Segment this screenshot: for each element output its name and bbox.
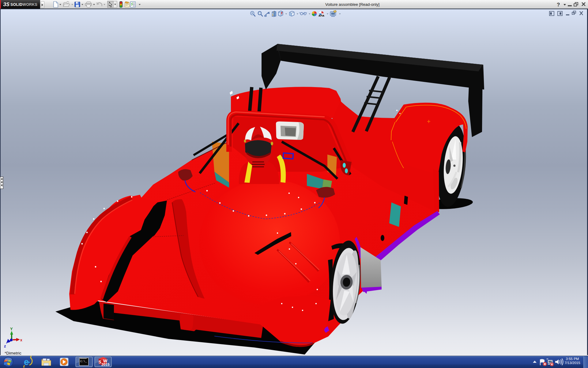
svg-text:S: S	[98, 359, 101, 364]
svg-text:x: x	[20, 338, 22, 342]
svg-text:C:\_: C:\_	[80, 360, 87, 363]
svg-text:Y: Y	[10, 327, 13, 331]
svg-text:2015: 2015	[101, 362, 110, 367]
svg-text:z: z	[4, 344, 6, 348]
